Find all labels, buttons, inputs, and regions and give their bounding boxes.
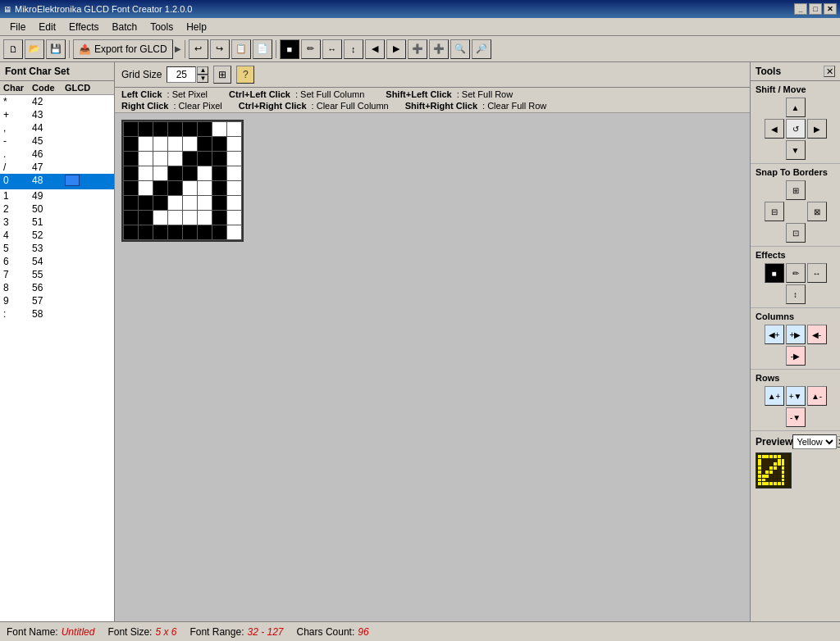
pixel-cell[interactable]: [198, 181, 212, 196]
row-add-bottom-button[interactable]: +▼: [786, 386, 806, 406]
effect-pencil-button[interactable]: ✏: [786, 263, 806, 283]
pixel-cell[interactable]: [212, 211, 227, 225]
pixel-cell[interactable]: [153, 152, 168, 166]
pixel-cell[interactable]: [227, 225, 242, 240]
char-row[interactable]: .46: [0, 148, 114, 161]
char-row[interactable]: -45: [0, 134, 114, 148]
shift-center-button[interactable]: ↺: [786, 119, 806, 139]
pixel-cell[interactable]: [153, 225, 168, 240]
pixel-cell[interactable]: [139, 211, 153, 225]
pixel-cell[interactable]: [124, 137, 139, 152]
grid-size-down[interactable]: ▼: [197, 75, 208, 83]
pixel-cell[interactable]: [124, 122, 139, 137]
close-button[interactable]: ✕: [824, 3, 837, 15]
tb-row-add[interactable]: ➕: [429, 39, 449, 59]
pixel-cell[interactable]: [168, 137, 183, 152]
grid-size-up[interactable]: ▲: [197, 66, 208, 75]
char-row[interactable]: 755: [0, 268, 114, 281]
pixel-cell[interactable]: [227, 122, 242, 137]
char-list[interactable]: *42+43,44-45.46/470481492503514525536547…: [0, 95, 114, 621]
char-row[interactable]: *42: [0, 95, 114, 108]
pixel-cell[interactable]: [198, 196, 212, 211]
row-add-top-button[interactable]: ▲+: [765, 386, 784, 406]
snap-left-button[interactable]: ⊟: [765, 202, 784, 221]
tb-redo[interactable]: ↪: [210, 39, 230, 59]
shift-left-button[interactable]: ◀: [765, 119, 784, 139]
col-del-right-button[interactable]: -▶: [786, 346, 806, 366]
pixel-cell[interactable]: [124, 225, 139, 240]
pixel-cell[interactable]: [168, 166, 183, 181]
pixel-cell[interactable]: [198, 225, 212, 240]
menu-effects[interactable]: Effects: [62, 20, 105, 34]
pixel-cell[interactable]: [227, 152, 242, 166]
pixel-cell[interactable]: [183, 225, 198, 240]
row-del-top-button[interactable]: ▲-: [807, 386, 827, 406]
tb-col-add[interactable]: ➕: [408, 39, 427, 59]
title-bar-controls[interactable]: _ □ ✕: [794, 3, 837, 15]
char-row[interactable]: 856: [0, 281, 114, 294]
pixel-cell[interactable]: [198, 137, 212, 152]
snap-top-button[interactable]: ⊞: [786, 180, 806, 200]
pixel-cell[interactable]: [139, 137, 153, 152]
pixel-cell[interactable]: [227, 137, 242, 152]
tb-paste[interactable]: 📄: [253, 39, 272, 59]
pixel-cell[interactable]: [183, 181, 198, 196]
char-row[interactable]: 250: [0, 202, 114, 216]
tb-open[interactable]: 📂: [25, 39, 44, 59]
tb-new[interactable]: 🗋: [3, 39, 23, 59]
pixel-cell[interactable]: [183, 122, 198, 137]
pixel-cell[interactable]: [124, 152, 139, 166]
char-row[interactable]: 957: [0, 294, 114, 307]
menu-tools[interactable]: Tools: [144, 20, 180, 34]
col-add-left-button[interactable]: ◀+: [765, 325, 784, 344]
tb-flip-h[interactable]: ↔: [322, 39, 342, 59]
pixel-cell[interactable]: [212, 122, 227, 137]
char-row[interactable]: ,44: [0, 121, 114, 134]
pixel-cell[interactable]: [139, 225, 153, 240]
row-del-bottom-button[interactable]: -▼: [786, 407, 806, 427]
pixel-cell[interactable]: [212, 152, 227, 166]
maximize-button[interactable]: □: [809, 3, 822, 15]
char-row[interactable]: 048: [0, 174, 114, 189]
char-row[interactable]: /47: [0, 161, 114, 174]
tb-fill-black[interactable]: ■: [280, 39, 299, 59]
menu-file[interactable]: File: [3, 20, 32, 34]
effect-flip-v-button[interactable]: ↕: [786, 284, 806, 304]
pixel-cell[interactable]: [227, 181, 242, 196]
pixel-cell[interactable]: [153, 166, 168, 181]
close-preview-button[interactable]: ✕: [837, 436, 840, 448]
close-tools-button[interactable]: ✕: [824, 66, 835, 77]
pixel-cell[interactable]: [168, 152, 183, 166]
pixel-cell[interactable]: [124, 181, 139, 196]
pixel-cell[interactable]: [124, 211, 139, 225]
pixel-cell[interactable]: [227, 196, 242, 211]
tb-shift-r[interactable]: ▶: [386, 39, 406, 59]
tb-flip-v[interactable]: ↕: [344, 39, 363, 59]
pixel-cell[interactable]: [153, 122, 168, 137]
pixel-cell[interactable]: [139, 152, 153, 166]
shift-right-button[interactable]: ▶: [807, 119, 827, 139]
pixel-cell[interactable]: [168, 181, 183, 196]
pixel-cell[interactable]: [183, 137, 198, 152]
char-row[interactable]: 654: [0, 255, 114, 268]
col-add-right-button[interactable]: +▶: [786, 325, 806, 344]
minimize-button[interactable]: _: [794, 3, 807, 15]
char-row[interactable]: :58: [0, 307, 114, 320]
grid-toggle-button[interactable]: ⊞: [213, 66, 231, 84]
pixel-cell[interactable]: [139, 181, 153, 196]
effect-flip-h-button[interactable]: ↔: [807, 263, 827, 283]
tb-zoom-in[interactable]: 🔍: [450, 39, 470, 59]
tb-save[interactable]: 💾: [46, 39, 66, 59]
pixel-cell[interactable]: [124, 166, 139, 181]
pixel-cell[interactable]: [153, 137, 168, 152]
pixel-cell[interactable]: [183, 166, 198, 181]
pixel-cell[interactable]: [212, 137, 227, 152]
pixel-cell[interactable]: [153, 181, 168, 196]
pixel-cell[interactable]: [139, 166, 153, 181]
snap-bottom-button[interactable]: ⊡: [786, 223, 806, 243]
pixel-cell[interactable]: [124, 196, 139, 211]
preview-color-dropdown[interactable]: Yellow Green Blue White: [792, 434, 837, 449]
menu-help[interactable]: Help: [180, 20, 213, 34]
pixel-cell[interactable]: [212, 166, 227, 181]
tb-pencil[interactable]: ✏: [301, 39, 321, 59]
